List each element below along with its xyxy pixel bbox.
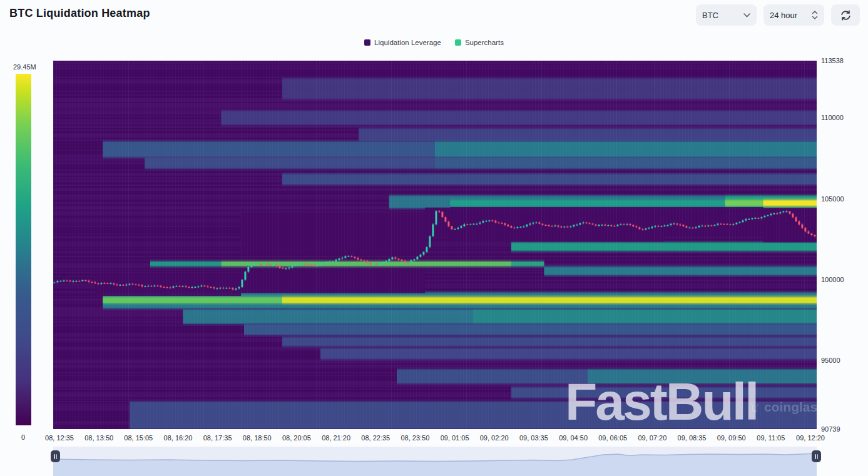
legend-item-supercharts[interactable]: Supercharts (455, 39, 504, 46)
y-axis-tick-label: 113538 (821, 57, 844, 64)
x-axis-tick-label: 09, 12:20 (796, 434, 825, 442)
interval-select[interactable]: 24 hour (763, 4, 824, 26)
x-axis-tick-label: 08, 23:50 (401, 434, 429, 442)
x-axis-tick-label: 08, 22:35 (361, 434, 390, 442)
heatmap-canvas[interactable] (53, 61, 817, 429)
chevron-down-icon (743, 13, 750, 18)
legend-item-liquidation-leverage[interactable]: Liquidation Leverage (364, 39, 441, 46)
x-axis-tick-label: 09, 07:20 (638, 434, 666, 442)
legend-swatch-supercharts (455, 39, 461, 46)
x-axis-tick-label: 08, 18:50 (243, 434, 272, 442)
y-axis-tick-label: 95000 (821, 357, 840, 364)
navigator-right-handle[interactable] (812, 450, 821, 462)
navigator-track[interactable] (53, 447, 817, 476)
navigator-left-handle[interactable] (51, 450, 60, 462)
refresh-button[interactable] (831, 4, 860, 26)
x-axis-tick-label: 08, 12:35 (45, 434, 74, 442)
x-axis-tick-label: 09, 11:05 (757, 434, 785, 442)
interval-select-value: 24 hour (770, 11, 797, 20)
x-axis-tick-label: 09, 06:05 (598, 434, 627, 442)
x-axis-tick-label: 09, 08:35 (678, 434, 707, 442)
y-axis-tick-label: 100000 (821, 276, 844, 283)
legend-swatch-liquidation (364, 39, 370, 46)
x-axis-tick-label: 09, 04:50 (559, 434, 588, 442)
symbol-select[interactable]: BTC (696, 4, 757, 26)
symbol-select-value: BTC (702, 11, 718, 20)
x-axis-tick-label: 08, 17:35 (203, 434, 232, 442)
x-axis-tick-label: 08, 20:05 (282, 434, 311, 442)
chart-legend: Liquidation Leverage Supercharts (0, 39, 868, 46)
colorbar-min-label: 0 (21, 433, 25, 441)
x-axis-tick-label: 08, 15:05 (124, 434, 153, 442)
colorbar-max-label: 29.45M (13, 63, 36, 71)
legend-label-supercharts: Supercharts (465, 39, 504, 46)
x-axis-tick-label: 08, 13:50 (84, 434, 113, 442)
y-axis-tick-label: 105000 (821, 195, 844, 203)
up-down-stepper-icon (812, 10, 818, 20)
x-axis-tick-label: 08, 21:20 (322, 434, 350, 442)
navigator-canvas (53, 447, 817, 476)
y-axis-tick-label: 110000 (821, 114, 844, 121)
page-title: BTC Liquidation Heatmap (9, 7, 150, 20)
x-axis-tick-label: 09, 03:35 (519, 434, 548, 442)
legend-label-liquidation: Liquidation Leverage (374, 39, 441, 46)
x-axis-tick-label: 09, 01:05 (441, 434, 469, 442)
y-axis-tick-label: 90739 (821, 425, 840, 433)
refresh-icon (840, 9, 852, 21)
x-axis-tick-label: 08, 16:20 (164, 434, 193, 442)
colorbar-gradient (16, 74, 31, 425)
x-axis-tick-label: 09, 09:50 (717, 434, 746, 442)
x-axis-tick-label: 09, 02:20 (480, 434, 509, 442)
